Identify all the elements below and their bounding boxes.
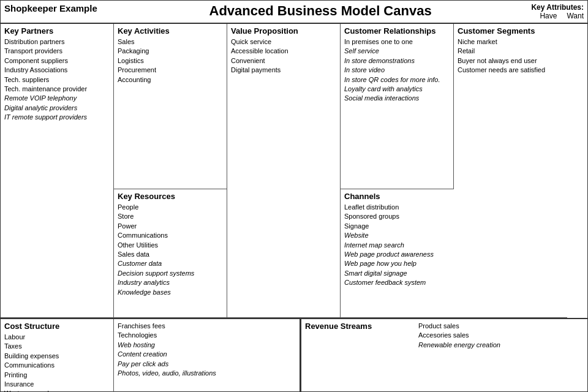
list-item: Other Utilities xyxy=(118,241,223,250)
list-item: People xyxy=(118,203,223,212)
list-item: Distribution partners xyxy=(4,37,110,47)
list-item: Sponsored groups xyxy=(344,212,450,221)
customer-relationships-cell: Customer Relationships In premises one t… xyxy=(341,24,454,189)
revenue-streams-title: Revenue Streams xyxy=(305,322,411,331)
main-grid: Key Partners Distribution partners Trans… xyxy=(1,24,587,319)
channels-title: Channels xyxy=(344,192,450,201)
list-item: Customer needs are satisfied xyxy=(458,66,564,75)
bottom-section: Cost Structure Labour Taxes Building exp… xyxy=(1,319,587,392)
key-attributes: Key Attributes: Have Want xyxy=(531,3,584,20)
list-item: Power xyxy=(118,222,223,231)
list-item: IT remote support providers xyxy=(4,113,110,122)
list-item: Accessible location xyxy=(231,47,336,56)
list-item: Printing xyxy=(4,371,110,380)
list-item: Transport providers xyxy=(4,47,110,56)
list-item: Product sales xyxy=(418,322,582,331)
list-item: Labour xyxy=(4,333,110,342)
list-item: Web page how you help xyxy=(344,259,450,268)
list-item: Renewable energy creation xyxy=(418,341,582,350)
list-item: Niche market xyxy=(458,37,564,47)
list-item: Tech. suppliers xyxy=(4,75,110,85)
key-partners-title: Key Partners xyxy=(4,26,110,36)
list-item: Waste removal xyxy=(4,389,110,392)
list-item: Tech. maintenance provider xyxy=(4,85,110,94)
cost-structure-left: Cost Structure Labour Taxes Building exp… xyxy=(1,319,114,392)
have-label: Have xyxy=(540,12,557,20)
list-item: Remote VOIP telephony xyxy=(4,94,110,103)
key-partners-cell: Key Partners Distribution partners Trans… xyxy=(1,24,114,318)
list-item: Smart digital signage xyxy=(344,269,450,278)
canvas-wrapper: Shopkeeper Example Advanced Business Mod… xyxy=(0,0,588,392)
list-item: Sales data xyxy=(118,250,223,259)
key-resources-title: Key Resources xyxy=(118,192,223,201)
list-item: Leaflet distribution xyxy=(344,203,450,212)
key-activities-title: Key Activities xyxy=(118,26,223,36)
list-item: Website xyxy=(344,231,450,240)
list-item: Customer data xyxy=(118,259,223,268)
list-item: Web hosting xyxy=(118,341,296,350)
list-item: In premises one to one xyxy=(344,37,450,47)
list-item: Knowledge bases xyxy=(118,288,223,297)
list-item: Social media interactions xyxy=(344,94,450,103)
list-item: Packaging xyxy=(118,47,223,56)
customer-relationships-title: Customer Relationships xyxy=(344,26,450,36)
want-label: Want xyxy=(567,12,584,20)
list-item: Franchises fees xyxy=(118,322,296,331)
list-item: Retail xyxy=(458,47,564,56)
cost-structure-right: Franchises fees Technologies Web hosting… xyxy=(114,319,301,392)
list-item: In store video xyxy=(344,66,450,75)
list-item: Taxes xyxy=(4,342,110,351)
attributes-row: Have Want xyxy=(531,12,584,20)
list-item: Decision support systems xyxy=(118,269,223,278)
list-item: Pay per click ads xyxy=(118,360,296,369)
list-item: Photos, video, audio, illustrations xyxy=(118,369,296,378)
value-proposition-cell: Value Proposition Quick service Accessib… xyxy=(227,24,341,318)
customer-segments-title: Customer Segments xyxy=(458,26,564,36)
list-item: Accounting xyxy=(118,75,223,85)
header: Shopkeeper Example Advanced Business Mod… xyxy=(1,1,587,24)
list-item: Convenient xyxy=(231,56,336,66)
list-item: Buyer not always end user xyxy=(458,56,564,66)
list-item: Self service xyxy=(344,47,450,56)
cost-structure-title: Cost Structure xyxy=(4,322,110,331)
list-item: Logistics xyxy=(118,56,223,66)
list-item: Industry analytics xyxy=(118,278,223,287)
list-item: Communications xyxy=(4,361,110,370)
revenue-streams-right: Product sales Accesories sales Renewable… xyxy=(415,319,586,392)
list-item: Internet map search xyxy=(344,241,450,250)
attributes-label: Key Attributes: xyxy=(531,3,584,12)
list-item: In store demonstrations xyxy=(344,56,450,66)
list-item: Sales xyxy=(118,37,223,47)
list-item: Insurance xyxy=(4,380,110,389)
list-item: Content creation xyxy=(118,350,296,359)
key-resources-cell: Key Resources People Store Power Communi… xyxy=(114,189,227,318)
revenue-streams-left: Revenue Streams xyxy=(301,319,415,392)
list-item: Digital analytic providers xyxy=(4,104,110,113)
list-item: Digital payments xyxy=(231,66,336,75)
list-item: Customer feedback system xyxy=(344,278,450,287)
list-item: Accesories sales xyxy=(418,331,582,340)
list-item: Procurement xyxy=(118,66,223,75)
key-activities-cell: Key Activities Sales Packaging Logistics… xyxy=(114,24,227,189)
channels-cell: Channels Leaflet distribution Sponsored … xyxy=(341,189,454,318)
list-item: Industry Associations xyxy=(4,66,110,75)
list-item: Store xyxy=(118,212,223,221)
value-proposition-title: Value Proposition xyxy=(231,26,336,36)
list-item: Technologies xyxy=(118,331,296,340)
list-item: Component suppliers xyxy=(4,56,110,66)
list-item: Building expenses xyxy=(4,352,110,361)
customer-segments-cell: Customer Segments Niche market Retail Bu… xyxy=(454,24,567,318)
list-item: Loyalty card with analytics xyxy=(344,85,450,94)
shopkeeper-title: Shopkeeper Example xyxy=(4,3,97,13)
canvas-title: Advanced Business Model Canvas xyxy=(110,3,532,19)
list-item: Quick service xyxy=(231,37,336,47)
list-item: In store QR codes for more info. xyxy=(344,75,450,85)
list-item: Signage xyxy=(344,222,450,231)
list-item: Web page product awareness xyxy=(344,250,450,259)
list-item: Communications xyxy=(118,231,223,240)
